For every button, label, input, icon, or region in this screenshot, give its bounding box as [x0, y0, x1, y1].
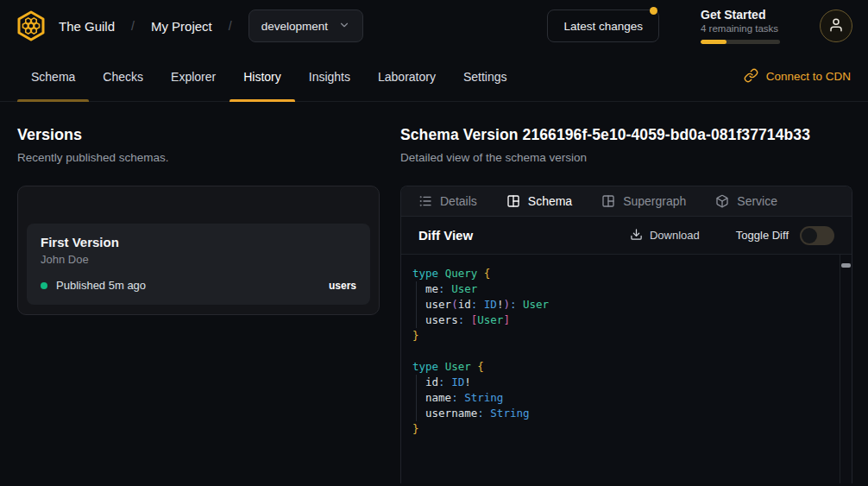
- connect-to-cdn-link[interactable]: Connect to CDN: [744, 52, 851, 101]
- tab-history[interactable]: History: [230, 52, 295, 101]
- published-status-dot: [41, 282, 47, 289]
- tab-settings[interactable]: Settings: [450, 52, 521, 101]
- version-author: John Doe: [41, 253, 356, 266]
- tab-explorer[interactable]: Explorer: [157, 52, 230, 101]
- tab-label: Laboratory: [378, 70, 436, 84]
- diff-view-title: Diff View: [418, 228, 473, 243]
- main-content: Versions Recently published schemas. Fir…: [0, 102, 868, 486]
- tab-laboratory[interactable]: Laboratory: [364, 52, 450, 101]
- diff-actions: Download Toggle Diff: [630, 226, 834, 245]
- schema-view-tab-label: Service: [737, 194, 777, 208]
- schema-view-tab-service[interactable]: Service: [715, 194, 777, 208]
- download-label: Download: [650, 229, 700, 242]
- versions-list-card: First Version John Doe Published 5m ago …: [17, 186, 380, 315]
- code-line: name: String: [412, 390, 827, 406]
- tab-checks[interactable]: Checks: [89, 52, 157, 101]
- get-started-subtitle: 4 remaining tasks: [701, 23, 783, 34]
- schema-view-tab-details[interactable]: Details: [418, 194, 477, 208]
- columns-icon: [506, 194, 520, 208]
- tab-insights[interactable]: Insights: [295, 52, 364, 101]
- version-status-text: Published 5m ago: [56, 279, 146, 292]
- code-line: }: [412, 328, 827, 344]
- code-line: }: [412, 421, 827, 437]
- notification-dot: [650, 7, 657, 15]
- code-line: user(id: ID!): User: [412, 297, 827, 312]
- toggle-diff-label: Toggle Diff: [736, 229, 789, 242]
- schema-view-panel: DetailsSchemaSupergraphService Diff View…: [400, 186, 852, 483]
- toggle-diff-knob: [802, 228, 817, 243]
- tab-label: Explorer: [171, 70, 216, 84]
- versions-panel: Versions Recently published schemas. Fir…: [17, 126, 380, 486]
- tab-schema[interactable]: Schema: [17, 52, 89, 101]
- code-line: [412, 344, 827, 359]
- tab-label: Insights: [309, 70, 350, 84]
- versions-subtitle: Recently published schemas.: [17, 151, 380, 164]
- version-name: First Version: [41, 235, 356, 249]
- code-scrollbar-thumb[interactable]: [841, 263, 851, 268]
- code-line: username: String: [412, 406, 827, 421]
- target-selector[interactable]: development: [248, 9, 363, 42]
- toggle-diff-switch[interactable]: [800, 226, 834, 245]
- code-line: type Query {: [412, 266, 827, 281]
- version-status-row: Published 5m ago users: [41, 279, 356, 292]
- breadcrumb-separator: /: [131, 19, 135, 33]
- code-line: id: ID!: [412, 375, 827, 390]
- tab-label: Settings: [463, 70, 507, 84]
- download-icon: [630, 228, 643, 243]
- tab-label: Schema: [31, 70, 75, 84]
- breadcrumb: The Guild / My Project /: [59, 19, 232, 34]
- latest-changes-button[interactable]: Latest changes: [547, 9, 659, 42]
- get-started-title: Get Started: [701, 8, 783, 22]
- schema-view-tab-label: Details: [440, 194, 477, 208]
- cube-icon: [715, 194, 729, 208]
- schema-version-title: Schema Version 2166196f-5e10-4059-bd0a-0…: [400, 126, 852, 144]
- top-bar: The Guild / My Project / development Lat…: [0, 0, 868, 52]
- chevron-down-icon: [338, 19, 350, 34]
- diff-view-header: Diff View Download Toggle Diff: [401, 217, 852, 255]
- schema-view-tabs: DetailsSchemaSupergraphService: [401, 186, 852, 217]
- breadcrumb-org[interactable]: The Guild: [59, 19, 115, 34]
- schema-code-viewer: type Query {me: Useruser(id: ID!): Useru…: [401, 255, 852, 483]
- main-nav: SchemaChecksExplorerHistoryInsightsLabor…: [0, 52, 868, 102]
- indent-guide: [412, 390, 425, 406]
- schema-view-tab-label: Supergraph: [623, 194, 686, 208]
- schema-version-subtitle: Detailed view of the schema version: [400, 151, 852, 164]
- user-avatar[interactable]: [820, 9, 852, 42]
- code-line: type User {: [412, 359, 827, 375]
- schema-view-tab-label: Schema: [528, 194, 572, 208]
- get-started-progress-fill: [701, 40, 726, 44]
- indent-guide: [412, 406, 425, 421]
- schema-view-tab-schema[interactable]: Schema: [506, 194, 572, 208]
- get-started-widget[interactable]: Get Started 4 remaining tasks: [701, 8, 783, 44]
- service-name-badge: users: [329, 280, 356, 292]
- list-icon: [418, 194, 432, 208]
- breadcrumb-separator: /: [229, 19, 232, 33]
- version-list-item[interactable]: First Version John Doe Published 5m ago …: [27, 224, 370, 305]
- schema-view-tab-supergraph[interactable]: Supergraph: [601, 194, 686, 208]
- indent-guide: [412, 297, 425, 312]
- user-icon: [828, 17, 844, 35]
- tab-label: History: [243, 70, 281, 84]
- latest-changes-label: Latest changes: [563, 20, 643, 33]
- columns-icon: [601, 194, 615, 208]
- code-line: users: [User]: [412, 312, 827, 328]
- schema-code: type Query {me: Useruser(id: ID!): Useru…: [412, 266, 827, 437]
- version-detail-panel: Schema Version 2166196f-5e10-4059-bd0a-0…: [400, 126, 852, 486]
- hive-logo-icon[interactable]: [14, 9, 48, 43]
- download-button[interactable]: Download: [630, 228, 700, 243]
- target-selector-value: development: [261, 20, 328, 33]
- link-icon: [744, 68, 758, 85]
- indent-guide: [412, 375, 425, 390]
- code-scrollbar[interactable]: [840, 255, 852, 483]
- breadcrumb-project[interactable]: My Project: [151, 19, 212, 34]
- connect-to-cdn-label: Connect to CDN: [766, 70, 851, 83]
- nav-tabs: SchemaChecksExplorerHistoryInsightsLabor…: [0, 52, 521, 101]
- code-line: me: User: [412, 281, 827, 297]
- versions-title: Versions: [17, 126, 380, 144]
- tab-label: Checks: [103, 70, 143, 84]
- indent-guide: [412, 312, 425, 328]
- app-window: The Guild / My Project / development Lat…: [0, 0, 868, 486]
- indent-guide: [412, 281, 425, 297]
- get-started-progress-bar: [701, 40, 780, 44]
